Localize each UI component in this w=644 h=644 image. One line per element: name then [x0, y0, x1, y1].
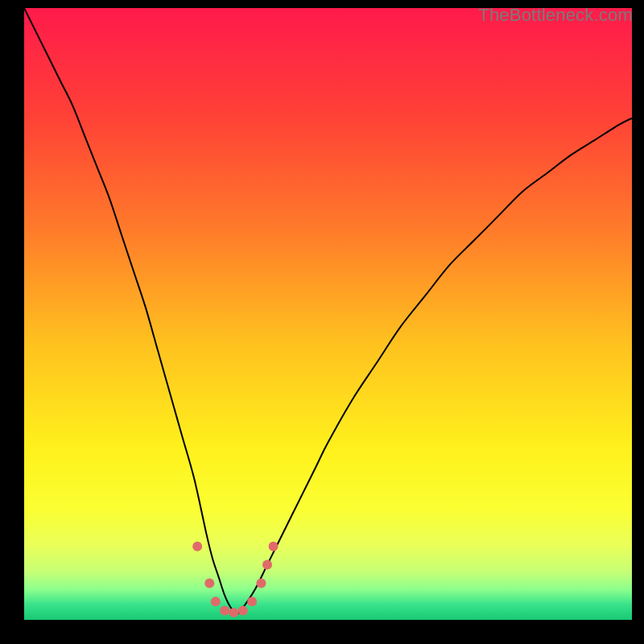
curve-dot [229, 608, 238, 617]
curve-dot [220, 606, 229, 616]
curve-dot [262, 560, 272, 570]
curve-dot [211, 597, 221, 606]
curve-dot [256, 578, 266, 588]
bottleneck-chart [24, 8, 632, 620]
curve-dot [269, 542, 279, 551]
curve-dot [238, 606, 248, 616]
curve-dot [192, 542, 202, 551]
chart-background [24, 8, 632, 620]
chart-frame [24, 8, 632, 620]
watermark-text: TheBottleneck.com [478, 5, 633, 26]
curve-dot [247, 597, 257, 606]
curve-dot [204, 578, 214, 588]
